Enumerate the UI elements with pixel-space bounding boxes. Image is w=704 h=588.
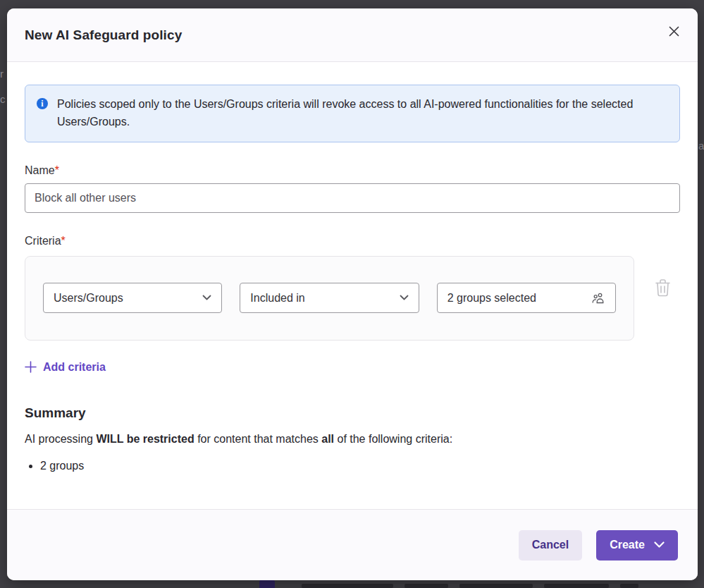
info-banner-text: Policies scoped only to the Users/Groups… bbox=[57, 96, 635, 131]
summary-suffix: of the following criteria: bbox=[334, 433, 452, 445]
criteria-value-select[interactable]: 2 groups selected bbox=[437, 283, 616, 313]
dialog-footer: Cancel Create bbox=[7, 509, 698, 580]
add-criteria-label: Add criteria bbox=[43, 361, 106, 374]
close-icon bbox=[669, 26, 679, 37]
background-text-smudge bbox=[620, 584, 638, 588]
criteria-label-text: Criteria bbox=[25, 235, 61, 247]
summary-middle: for content that matches bbox=[194, 433, 322, 445]
summary-sentence: AI processing WILL be restricted for con… bbox=[25, 431, 680, 447]
users-group-icon bbox=[592, 293, 605, 304]
dialog-body: i Policies scoped only to the Users/Grou… bbox=[7, 62, 698, 509]
new-ai-safeguard-policy-dialog: New AI Safeguard policy i Policies scope… bbox=[7, 8, 698, 580]
criteria-type-select[interactable]: Users/Groups bbox=[43, 283, 222, 313]
criteria-row-wrapper: Users/Groups Included in 2 groups select… bbox=[25, 247, 680, 341]
name-label: Name* bbox=[25, 164, 680, 177]
plus-icon bbox=[25, 361, 37, 373]
summary-prefix: AI processing bbox=[25, 433, 96, 445]
criteria-row: Users/Groups Included in 2 groups select… bbox=[25, 256, 634, 341]
cancel-button[interactable]: Cancel bbox=[519, 530, 582, 561]
required-asterisk: * bbox=[61, 235, 66, 247]
chevron-down-icon bbox=[654, 541, 665, 549]
criteria-operator-value: Included in bbox=[250, 292, 304, 305]
summary-criteria-item: 2 groups bbox=[40, 458, 680, 474]
background-text-fragment: r bbox=[0, 68, 6, 80]
trash-icon bbox=[654, 278, 672, 298]
close-button[interactable] bbox=[661, 18, 686, 44]
criteria-type-value: Users/Groups bbox=[54, 292, 123, 305]
name-label-text: Name bbox=[25, 164, 55, 176]
background-text-smudge bbox=[544, 584, 609, 588]
info-banner: i Policies scoped only to the Users/Grou… bbox=[25, 85, 680, 142]
policy-name-input[interactable] bbox=[25, 183, 680, 213]
background-text-smudge bbox=[459, 584, 533, 588]
required-asterisk: * bbox=[55, 164, 59, 176]
dialog-title: New AI Safeguard policy bbox=[25, 27, 182, 43]
chevron-down-icon bbox=[400, 295, 409, 301]
background-text-smudge bbox=[405, 584, 448, 588]
create-button-label: Create bbox=[610, 539, 645, 551]
summary-criteria-list: 2 groups bbox=[25, 458, 680, 474]
summary-bold-restricted: WILL be restricted bbox=[96, 433, 194, 445]
summary-bold-all: all bbox=[321, 433, 334, 445]
remove-criteria-button[interactable] bbox=[651, 277, 674, 300]
criteria-operator-select[interactable]: Included in bbox=[240, 283, 419, 313]
summary-heading: Summary bbox=[25, 405, 680, 421]
create-button[interactable]: Create bbox=[596, 530, 678, 561]
info-icon: i bbox=[37, 98, 48, 109]
chevron-down-icon bbox=[202, 295, 211, 301]
background-text-smudge bbox=[302, 584, 393, 588]
background-text-fragment: a bbox=[698, 140, 704, 152]
dialog-header: New AI Safeguard policy bbox=[7, 8, 698, 62]
criteria-value-text: 2 groups selected bbox=[447, 292, 536, 305]
add-criteria-button[interactable]: Add criteria bbox=[25, 361, 106, 374]
background-checkbox-fragment bbox=[259, 580, 275, 588]
background-text-fragment: c bbox=[0, 93, 6, 105]
criteria-label: Criteria* bbox=[25, 235, 680, 247]
